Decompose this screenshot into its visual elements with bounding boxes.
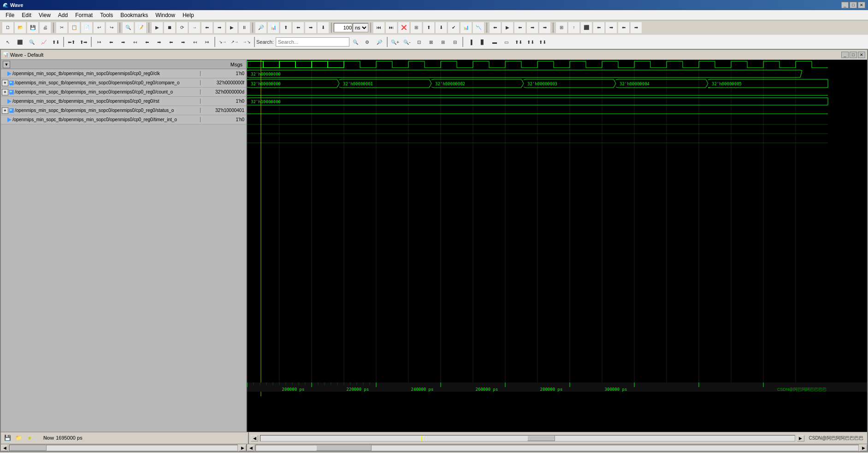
menu-help[interactable]: Help xyxy=(179,11,198,19)
tb-copy[interactable]: 📋 xyxy=(69,22,80,33)
menu-add[interactable]: Add xyxy=(54,11,71,19)
menu-view[interactable]: View xyxy=(35,11,54,19)
time-unit-select[interactable]: ns ps us xyxy=(353,23,368,32)
menu-format[interactable]: Format xyxy=(71,11,96,19)
wave-close[interactable]: ✕ xyxy=(858,52,865,58)
tb-sim-stop[interactable]: ⏹ xyxy=(164,22,175,33)
expand-2[interactable]: + xyxy=(2,80,8,86)
tb2-zoom-range[interactable]: ⊟ xyxy=(449,36,461,47)
tb-save[interactable]: 💾 xyxy=(27,22,38,33)
tb2-edge-c[interactable]: ➡ xyxy=(118,36,129,47)
tb2-edge-i[interactable]: ↤ xyxy=(189,36,201,47)
tb-goto-start[interactable]: ⏮ xyxy=(373,22,384,33)
tb2-wave5[interactable]: ⬆⬇ xyxy=(513,36,524,47)
minimize-button[interactable]: _ xyxy=(841,2,849,8)
tb2-zoom-out[interactable]: 🔍- xyxy=(402,36,413,47)
wave-scroll-thumb[interactable] xyxy=(316,445,372,451)
scroll-thumb[interactable] xyxy=(527,435,555,441)
tb-sim-restart[interactable]: ⟳ xyxy=(177,22,188,33)
tb-delete[interactable]: ❌ xyxy=(398,22,409,33)
tb2-zoom-win[interactable]: ⊞ xyxy=(437,36,449,47)
tb2-wave2[interactable]: ▊ xyxy=(477,36,488,47)
tb-step-back[interactable]: ⬅ xyxy=(201,22,213,33)
tb-wave-down[interactable]: ⬇ xyxy=(318,22,329,33)
tb-extra4[interactable]: ⬅ xyxy=(593,22,604,33)
signal-scroll-track[interactable] xyxy=(9,445,238,451)
tb-new[interactable]: 🗋 xyxy=(2,22,13,33)
wave-minimize[interactable]: _ xyxy=(841,52,849,58)
wave-scroll-left[interactable]: ◀ xyxy=(247,445,254,451)
tb2-edge-h[interactable]: ➡ xyxy=(177,36,189,47)
tb-redo[interactable]: ↪ xyxy=(106,22,117,33)
tb2-wave1[interactable]: ▐ xyxy=(465,36,476,47)
tb2-edge-b[interactable]: ⬅ xyxy=(106,36,117,47)
list-item[interactable]: + /openmips_min_sopc_tb/openmips_min_sop… xyxy=(1,88,246,97)
list-item[interactable]: /openmips_min_sopc_tb/openmips_min_sopc0… xyxy=(1,115,246,124)
close-button[interactable]: ✕ xyxy=(858,2,865,8)
tb-break[interactable]: ⏸ xyxy=(239,22,250,33)
tb-extra5[interactable]: ➡ xyxy=(606,22,617,33)
tb2-edge-f[interactable]: ➡ xyxy=(154,36,165,47)
wave-scroll-track[interactable] xyxy=(255,445,859,451)
tb2-signal-sep[interactable]: ⬆⬇ xyxy=(50,36,61,47)
tb2-search-btn[interactable]: 🔍 xyxy=(350,36,361,47)
list-item[interactable]: /openmips_min_sopc_tb/openmips_min_sopc0… xyxy=(1,97,246,106)
tb-open[interactable]: 📂 xyxy=(15,22,26,33)
tb-nav2[interactable]: ▶ xyxy=(502,22,513,33)
tb2-edge-a[interactable]: ↦ xyxy=(94,36,105,47)
signal-panel-expand[interactable]: ▼ xyxy=(3,61,10,68)
menu-tools[interactable]: Tools xyxy=(96,11,117,19)
tb-chart[interactable]: 📊 xyxy=(461,22,472,33)
tb-undo[interactable]: ↩ xyxy=(94,22,105,33)
tb2-zoom-sel[interactable]: ⬛ xyxy=(14,36,25,47)
menu-file[interactable]: File xyxy=(2,11,18,19)
tb-extra1[interactable]: ⊞ xyxy=(556,22,567,33)
scroll-track[interactable] xyxy=(260,435,795,441)
tb-wave-right[interactable]: ➡ xyxy=(305,22,316,33)
tb-run-next[interactable]: → xyxy=(189,22,200,33)
tb2-wave7[interactable]: ⬆⬇ xyxy=(537,36,548,47)
expand-3[interactable]: + xyxy=(2,89,8,95)
maximize-button[interactable]: □ xyxy=(850,2,857,8)
tb-findnext[interactable]: 📝 xyxy=(135,22,146,33)
list-item[interactable]: /openmips_min_sopc_tb/openmips_min_sopc0… xyxy=(1,69,246,78)
tb2-trigger3[interactable]: →↘ xyxy=(241,36,252,47)
tb-sim-start[interactable]: ▶ xyxy=(152,22,163,33)
status-icon-2[interactable]: 📁 xyxy=(14,433,23,442)
tb-group-up[interactable]: ⬆ xyxy=(423,22,434,33)
tb-continue[interactable]: ▶ xyxy=(226,22,237,33)
tb2-edge-d[interactable]: ↤ xyxy=(130,36,141,47)
scroll-right-btn[interactable]: ▶ xyxy=(797,435,804,441)
list-item[interactable]: + /openmips_min_sopc_tb/openmips_min_sop… xyxy=(1,106,246,115)
expand-5[interactable]: + xyxy=(2,107,8,114)
menu-edit[interactable]: Edit xyxy=(18,11,35,19)
list-item[interactable]: + /openmips_min_sopc_tb/openmips_min_sop… xyxy=(1,78,246,88)
tb2-search-opt[interactable]: ⚙ xyxy=(362,36,373,47)
tb-extra6[interactable]: ⬅ xyxy=(618,22,629,33)
tb-nav5[interactable]: ➡ xyxy=(539,22,550,33)
tb2-prev-edge[interactable]: ⬅⬆ xyxy=(66,36,77,47)
tb-group-down[interactable]: ⬇ xyxy=(436,22,447,33)
tb-check[interactable]: ✔ xyxy=(448,22,459,33)
tb-print[interactable]: 🖨 xyxy=(40,22,51,33)
time-value-input[interactable] xyxy=(334,23,352,32)
tb-cut[interactable]: ✂ xyxy=(56,22,67,33)
tb2-zoom-in2[interactable]: 🔍+ xyxy=(390,36,401,47)
tb2-edge-g[interactable]: ⬅ xyxy=(165,36,177,47)
tb-wave-up[interactable]: ⬆ xyxy=(280,22,291,33)
tb-find[interactable]: 🔍 xyxy=(123,22,134,33)
tb2-cursor[interactable]: ↖ xyxy=(2,36,13,47)
scroll-left-btn[interactable]: ◀ xyxy=(251,435,258,441)
tb2-wave4[interactable]: ▭ xyxy=(501,36,512,47)
menu-window[interactable]: Window xyxy=(152,11,179,19)
tb-nav3[interactable]: ⬅ xyxy=(514,22,526,33)
tb-extra7[interactable]: ➡ xyxy=(631,22,642,33)
tb2-trigger2[interactable]: ↗→ xyxy=(229,36,240,47)
tb-paste[interactable]: 📄 xyxy=(81,22,92,33)
tb-step-fwd[interactable]: ➡ xyxy=(214,22,225,33)
tb2-trigger1[interactable]: ↘→ xyxy=(217,36,228,47)
tb2-zoom-full[interactable]: ⊠ xyxy=(425,36,437,47)
status-icon-3[interactable]: ● xyxy=(25,433,34,442)
tb-chart2[interactable]: 📉 xyxy=(473,22,484,33)
tb-add-wave[interactable]: ⊞ xyxy=(411,22,422,33)
